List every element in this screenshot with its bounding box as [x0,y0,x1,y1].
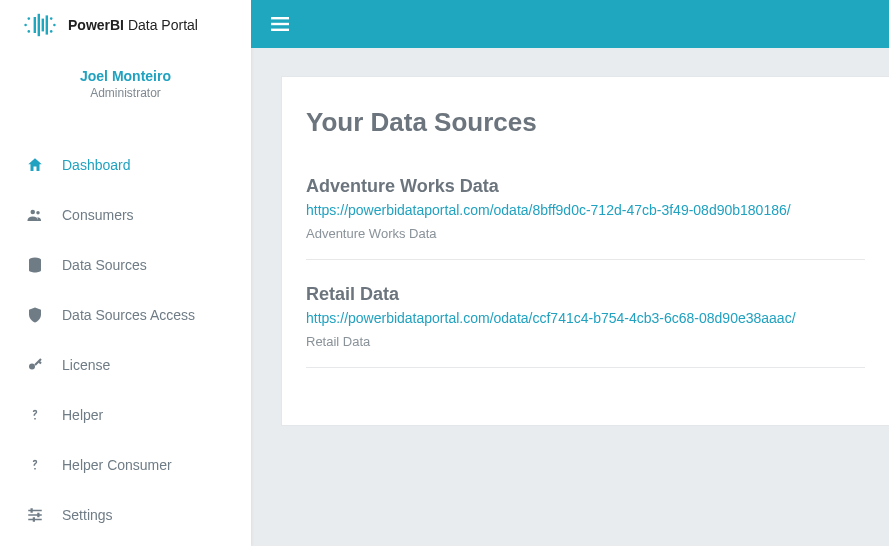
nav: Dashboard Consumers Data Sources Data So… [0,140,251,540]
svg-rect-21 [271,23,289,25]
nav-label: Consumers [62,207,134,223]
topbar [251,0,889,48]
nav-label: License [62,357,110,373]
svg-point-7 [50,17,53,20]
data-source-item: Adventure Works Data https://powerbidata… [306,176,865,260]
svg-point-9 [50,30,53,33]
data-source-title: Retail Data [306,284,865,305]
nav-data-sources-access[interactable]: Data Sources Access [0,290,251,340]
key-icon [26,356,44,374]
users-icon [26,206,44,224]
nav-label: Helper Consumer [62,457,172,473]
user-name[interactable]: Joel Monteiro [10,68,241,84]
nav-label: Data Sources Access [62,307,195,323]
svg-rect-19 [33,517,35,522]
svg-point-5 [24,24,27,27]
svg-point-8 [53,24,56,27]
shield-icon [26,306,44,324]
svg-point-6 [28,30,31,33]
data-source-title: Adventure Works Data [306,176,865,197]
hamburger-icon[interactable] [271,16,289,32]
svg-rect-1 [38,14,40,36]
nav-label: Helper [62,407,103,423]
nav-helper-consumer[interactable]: Helper Consumer [0,440,251,490]
svg-rect-18 [37,513,39,518]
brand-title: PowerBI Data Portal [68,17,198,33]
svg-rect-17 [31,508,33,513]
nav-license[interactable]: License [0,340,251,390]
data-source-url[interactable]: https://powerbidataportal.com/odata/ccf7… [306,310,796,326]
svg-rect-3 [46,15,48,34]
question-icon [26,456,44,474]
nav-label: Dashboard [62,157,131,173]
data-source-subtitle: Retail Data [306,334,865,349]
sliders-icon [26,506,44,524]
svg-rect-2 [42,19,44,32]
nav-label: Data Sources [62,257,147,273]
sidebar: PowerBI Data Portal Joel Monteiro Admini… [0,0,251,546]
main: Your Data Sources Adventure Works Data h… [251,0,889,546]
nav-data-sources[interactable]: Data Sources [0,240,251,290]
data-source-subtitle: Adventure Works Data [306,226,865,241]
card: Your Data Sources Adventure Works Data h… [281,76,889,426]
svg-point-10 [31,210,36,215]
svg-point-13 [29,364,35,370]
nav-dashboard[interactable]: Dashboard [0,140,251,190]
nav-consumers[interactable]: Consumers [0,190,251,240]
page-title: Your Data Sources [306,107,865,138]
content: Your Data Sources Adventure Works Data h… [251,48,889,426]
brand: PowerBI Data Portal [0,0,251,50]
home-icon [26,156,44,174]
svg-point-4 [28,17,31,20]
svg-rect-0 [34,17,36,33]
svg-rect-15 [28,514,42,516]
svg-rect-20 [271,17,289,19]
data-source-item: Retail Data https://powerbidataportal.co… [306,284,865,368]
svg-rect-22 [271,29,289,31]
nav-settings[interactable]: Settings [0,490,251,540]
svg-rect-14 [28,510,42,512]
svg-point-11 [36,211,39,214]
database-icon [26,256,44,274]
nav-label: Settings [62,507,113,523]
brand-logo-icon [24,10,56,40]
data-source-url[interactable]: https://powerbidataportal.com/odata/8bff… [306,202,791,218]
user-block: Joel Monteiro Administrator [0,50,251,114]
user-role: Administrator [10,86,241,100]
question-icon [26,406,44,424]
nav-helper[interactable]: Helper [0,390,251,440]
